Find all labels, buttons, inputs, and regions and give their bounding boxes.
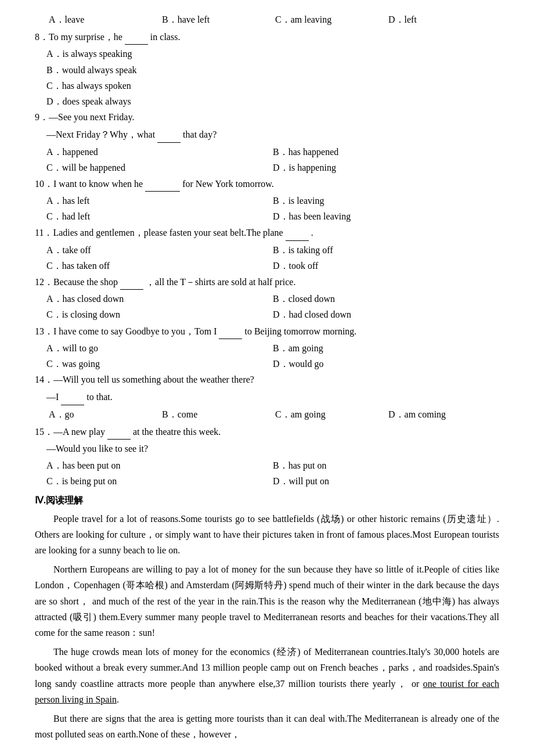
passage-para-2: Northern Europeans are willing to pay a …: [35, 561, 499, 640]
q9-opt-b: B．has happened: [273, 144, 499, 160]
q12-opt-b: B．closed down: [273, 291, 499, 307]
q12-options-row2: C．is closing down D．had closed down: [46, 307, 499, 322]
q14-opt-a: A．go: [46, 406, 160, 422]
option-a-leave: A．leave: [46, 12, 160, 27]
blank-9: [157, 126, 181, 142]
q11-opt-d: D．took off: [273, 258, 499, 273]
passage-para-3: The huge crowds mean lots of money for t…: [35, 644, 499, 707]
passage-para-4: But there are signs that the area is get…: [35, 711, 499, 742]
q10-opt-c: C．had left: [46, 208, 273, 224]
option-b-have-left: B．have left: [160, 12, 273, 27]
section4-header: Ⅳ.阅读理解: [35, 492, 499, 508]
underlined-text: one tourist for each person living in Sp…: [35, 679, 499, 704]
blank-8: [125, 28, 148, 45]
q12-opt-c: C．is closing down: [46, 307, 273, 322]
question-11: 11．Ladies and gentlemen，please fasten yo…: [35, 224, 499, 240]
q12-options-row1: A．has closed down B．closed down: [46, 291, 499, 307]
blank-13: [219, 323, 242, 339]
q8-options: A．is always speaking B．would always spea…: [46, 46, 499, 109]
q10-opt-a: A．has left: [46, 193, 273, 208]
q12-opt-a: A．has closed down: [46, 291, 273, 307]
blank-12: [120, 273, 143, 290]
q12-opt-d: D．had closed down: [273, 307, 499, 322]
question-8: 8．To my surprise，he in class.: [35, 28, 499, 45]
q14-opt-d: D．am coming: [386, 406, 499, 422]
q9-opt-c: C．will be happened: [46, 160, 273, 175]
question-13: 13．I have come to say Goodbye to you，Tom…: [35, 323, 499, 339]
passage-para-1: People travel for a lot of reasons.Some …: [35, 511, 499, 559]
question-15-line1: 15．—A new play at the theatre this week.: [35, 423, 499, 440]
q11-options-row1: A．take off B．is taking off: [46, 242, 499, 258]
question-12: 12．Because the shop ，all the T－shirts ar…: [35, 273, 499, 290]
blank-15: [107, 423, 131, 440]
q13-opt-c: C．was going: [46, 356, 273, 372]
top-options-row: A．leave B．have left C．am leaving D．left: [46, 12, 499, 27]
q10-options-row1: A．has left B．is leaving: [46, 193, 499, 208]
q8-opt-d: D．does speak always: [46, 93, 499, 109]
q15-opt-c: C．is being put on: [46, 473, 273, 489]
q13-opt-b: B．am going: [273, 340, 499, 356]
q13-opt-a: A．will to go: [46, 340, 273, 356]
option-d-left: D．left: [386, 12, 499, 27]
q11-opt-b: B．is taking off: [273, 242, 499, 258]
q15-opt-d: D．will put on: [273, 473, 499, 489]
q15-opt-b: B．has put on: [273, 458, 499, 473]
q8-opt-c: C．has always spoken: [46, 78, 499, 93]
question-9-line2: —Next Friday？Why，what that day?: [46, 126, 499, 142]
q8-opt-b: B．would always speak: [46, 62, 499, 78]
q13-opt-d: D．would go: [273, 356, 499, 372]
q9-opt-a: A．happened: [46, 144, 273, 160]
q10-opt-d: D．has been leaving: [273, 208, 499, 224]
q13-options-row1: A．will to go B．am going: [46, 340, 499, 356]
q11-opt-c: C．has taken off: [46, 258, 273, 273]
question-15-line2: —Would you like to see it?: [46, 441, 499, 456]
blank-10: [145, 175, 180, 192]
q10-opt-b: B．is leaving: [273, 193, 499, 208]
q11-opt-a: A．take off: [46, 242, 273, 258]
question-9-line1: 9．—See you next Friday.: [35, 109, 499, 125]
q15-options-row1: A．has been put on B．has put on: [46, 458, 499, 473]
q9-options-row1: A．happened B．has happened: [46, 144, 499, 160]
q10-options-row2: C．had left D．has been leaving: [46, 208, 499, 224]
q8-opt-a: A．is always speaking: [46, 46, 499, 62]
q9-opt-d: D．is happening: [273, 160, 499, 175]
option-c-am-leaving: C．am leaving: [273, 12, 386, 27]
question-14-line1: 14．—Will you tell us something about the…: [35, 372, 499, 387]
blank-14: [61, 388, 84, 405]
question-10: 10．I want to know when he for New York t…: [35, 175, 499, 192]
q15-options-row2: C．is being put on D．will put on: [46, 473, 499, 489]
q11-options-row2: C．has taken off D．took off: [46, 258, 499, 273]
blank-11: [286, 224, 309, 240]
q14-options: A．go B．come C．am going D．am coming: [46, 406, 499, 422]
q15-opt-a: A．has been put on: [46, 458, 273, 473]
q14-opt-b: B．come: [160, 406, 273, 422]
q14-opt-c: C．am going: [273, 406, 386, 422]
q9-options-row2: C．will be happened D．is happening: [46, 160, 499, 175]
question-14-line2: —I to that.: [46, 388, 499, 405]
q13-options-row2: C．was going D．would go: [46, 356, 499, 372]
